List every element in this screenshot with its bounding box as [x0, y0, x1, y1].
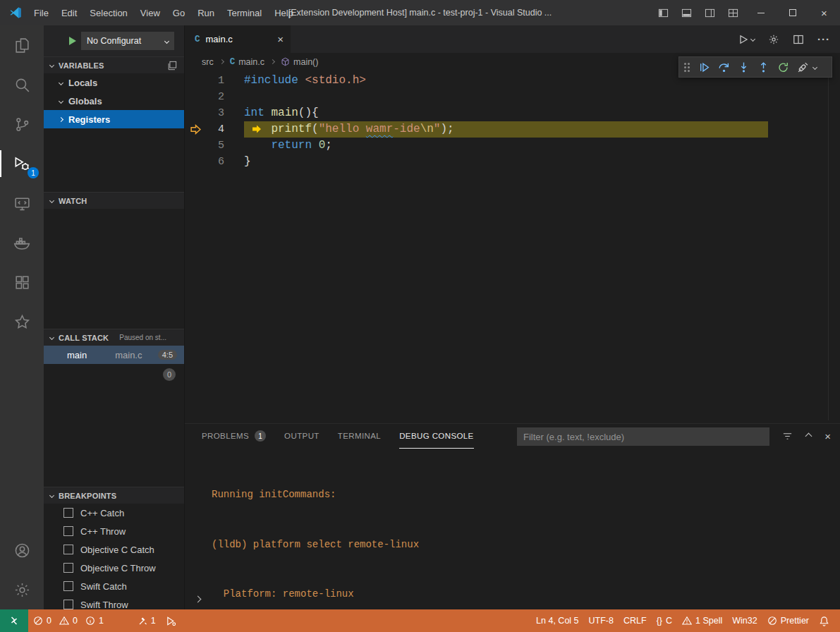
debug-status[interactable]	[161, 609, 181, 632]
language-mode[interactable]: {} C	[652, 609, 677, 632]
tab-debug-console[interactable]: DEBUG CONSOLE	[399, 424, 474, 449]
checkbox[interactable]	[63, 563, 73, 573]
breadcrumb-src[interactable]: src	[202, 57, 214, 67]
breakpoint-row[interactable]: C++ Throw	[44, 522, 184, 540]
chevron-down-icon[interactable]	[812, 64, 817, 69]
restart-button[interactable]	[774, 58, 792, 76]
checkbox[interactable]	[63, 526, 73, 536]
spell-checker-status[interactable]: 1 Spell	[677, 609, 727, 632]
glyph-margin[interactable]	[185, 138, 206, 154]
search-button[interactable]	[0, 65, 44, 104]
step-over-button[interactable]	[714, 58, 733, 76]
drag-handle[interactable]	[684, 63, 690, 72]
editor-actions: ···	[738, 25, 830, 53]
extensions-button[interactable]	[0, 262, 44, 302]
glyph-margin[interactable]	[185, 73, 206, 89]
source-control-button[interactable]	[0, 104, 44, 144]
breakpoint-row[interactable]: Swift Catch	[44, 577, 184, 595]
tab-close-icon[interactable]: ×	[277, 33, 284, 45]
breakpoint-row[interactable]: C++ Catch	[44, 504, 184, 522]
step-into-button[interactable]	[734, 58, 753, 76]
platform-indicator[interactable]: Win32	[727, 609, 762, 632]
code-text[interactable]: }	[244, 154, 251, 170]
start-debug-icon[interactable]	[69, 37, 76, 45]
collapse-all-icon[interactable]	[167, 61, 177, 71]
toggle-sidebar-icon[interactable]	[652, 0, 675, 25]
breadcrumb-main-c[interactable]: C main.c	[230, 57, 264, 67]
minimize-button[interactable]	[745, 0, 777, 25]
code-text[interactable]: #include <stdio.h>	[244, 73, 366, 89]
star-extension-button[interactable]	[0, 302, 44, 341]
variables-item-registers[interactable]: Registers	[44, 110, 184, 128]
menu-view[interactable]: View	[134, 4, 166, 22]
tab-output[interactable]: OUTPUT	[284, 424, 319, 449]
more-actions-icon[interactable]: ···	[817, 33, 830, 45]
toggle-secondary-sidebar-icon[interactable]	[698, 0, 722, 25]
code-text[interactable]: printf("hello wamr-ide\n");	[244, 121, 768, 138]
menu-terminal[interactable]: Terminal	[221, 4, 268, 22]
code-text[interactable]: return 0;	[244, 138, 332, 154]
run-or-debug-button[interactable]	[738, 34, 755, 45]
tab-main-c[interactable]: C main.c ×	[185, 25, 291, 53]
problems-status[interactable]: 0 0 1	[28, 609, 109, 632]
customize-layout-icon[interactable]	[722, 0, 745, 25]
menu-go[interactable]: Go	[166, 4, 191, 22]
info-icon	[85, 616, 95, 626]
close-button[interactable]: ×	[808, 0, 840, 25]
toggle-panel-icon[interactable]	[675, 0, 698, 25]
call-stack-frame-row[interactable]: main main.c 4:5	[44, 346, 184, 364]
filter-icon[interactable]	[782, 431, 793, 442]
debug-config-dropdown[interactable]: No Configurat	[81, 32, 174, 50]
checkbox[interactable]	[63, 581, 73, 591]
variables-item-locals[interactable]: Locals	[44, 73, 184, 92]
glyph-margin[interactable]	[185, 89, 206, 105]
glyph-margin[interactable]	[185, 154, 206, 170]
tab-problems[interactable]: PROBLEMS 1	[202, 424, 266, 449]
checkbox[interactable]	[63, 600, 73, 609]
breakpoints-section-header[interactable]: BREAKPOINTS	[44, 487, 184, 504]
maximize-panel-icon[interactable]	[805, 433, 812, 440]
menu-edit[interactable]: Edit	[55, 4, 83, 22]
notifications-bell[interactable]	[814, 609, 834, 632]
variables-section-header[interactable]: VARIABLES	[44, 56, 184, 73]
breakpoint-row[interactable]: Objective C Throw	[44, 559, 184, 577]
maximize-button[interactable]	[777, 0, 808, 25]
remote-indicator[interactable]	[0, 609, 28, 632]
continue-button[interactable]	[695, 58, 713, 76]
menu-file[interactable]: File	[28, 4, 55, 22]
step-out-button[interactable]	[754, 58, 772, 76]
checkbox[interactable]	[63, 545, 73, 554]
watch-section-header[interactable]: WATCH	[44, 192, 184, 209]
settings-button[interactable]	[0, 570, 44, 609]
glyph-margin[interactable]	[185, 105, 206, 121]
menu-selection[interactable]: Selection	[83, 4, 133, 22]
split-editor-button[interactable]	[793, 34, 804, 45]
console-input[interactable]	[195, 592, 200, 604]
variables-item-label: Registers	[68, 114, 110, 125]
debug-config-row: No Configurat	[44, 31, 184, 51]
accounts-button[interactable]	[0, 530, 44, 570]
run-debug-button[interactable]: 1	[0, 144, 44, 183]
docker-button[interactable]	[0, 223, 44, 262]
breakpoint-row[interactable]: Swift Throw	[44, 595, 184, 609]
cursor-position[interactable]: Ln 4, Col 5	[531, 609, 583, 632]
encoding-indicator[interactable]: UTF-8	[584, 609, 619, 632]
configure-gear-button[interactable]	[768, 34, 779, 45]
formatter-status[interactable]: Prettier	[762, 609, 814, 632]
code-text[interactable]: int main(){	[244, 105, 319, 121]
close-panel-icon[interactable]: ×	[824, 430, 831, 442]
eol-indicator[interactable]: CRLF	[619, 609, 652, 632]
variables-item-globals[interactable]: Globals	[44, 92, 184, 110]
remote-explorer-button[interactable]	[0, 183, 44, 223]
breadcrumb-main-fn[interactable]: main()	[281, 57, 318, 67]
tools-status[interactable]: 1	[133, 609, 161, 632]
breakpoint-arrow-icon[interactable]	[185, 121, 206, 138]
console-filter-input[interactable]	[517, 427, 769, 446]
explorer-button[interactable]	[0, 25, 44, 65]
checkbox[interactable]	[63, 508, 73, 518]
breakpoint-row[interactable]: Objective C Catch	[44, 540, 184, 559]
tab-terminal[interactable]: TERMINAL	[338, 424, 381, 449]
call-stack-section-header[interactable]: CALL STACK Paused on st...	[44, 329, 184, 346]
menu-run[interactable]: Run	[191, 4, 221, 22]
disconnect-button[interactable]	[793, 58, 812, 76]
